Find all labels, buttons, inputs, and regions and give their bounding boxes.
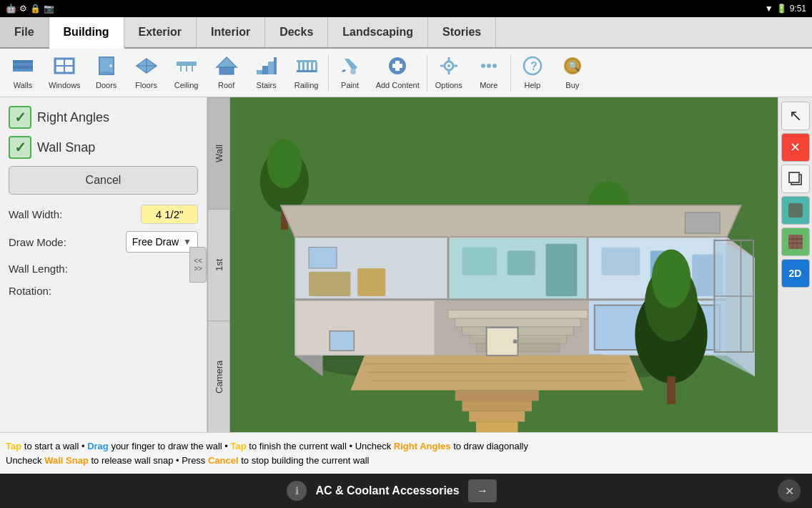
wall-width-row: Wall Width: 4 1/2" [9,205,198,224]
svg-rect-22 [268,62,274,74]
draw-mode-row: Draw Mode: Free Draw ▼ [9,231,198,253]
roof-icon [215,56,238,79]
floors-icon [135,56,158,79]
svg-text:?: ? [530,60,538,72]
cancel-ref: Cancel [208,455,239,466]
svg-rect-78 [296,301,447,354]
material-tool-button[interactable] [781,196,810,225]
wall-snap-ref: Wall Snap [44,455,89,466]
more-icon [477,56,500,79]
wall-length-row: Wall Length: [9,263,198,275]
info-text-1: to start a wall • [24,441,87,451]
wall-snap-check-mark: ✓ [14,139,26,156]
wall-width-label: Wall Width: [9,208,62,220]
svg-rect-69 [357,268,385,296]
svg-rect-94 [469,411,525,422]
svg-rect-92 [455,391,539,401]
more-label: More [480,81,497,89]
rotation-label: Rotation: [9,285,51,297]
tool-ceiling[interactable]: Ceiling [167,52,207,94]
svg-rect-30 [297,70,317,72]
tab-decks[interactable]: Decks [265,17,328,47]
tab-file[interactable]: File [0,17,49,47]
info-text-6: to release wall snap • Press [91,455,208,466]
right-angles-checkbox[interactable]: ✓ [9,106,31,129]
cancel-button[interactable]: Cancel [9,166,198,195]
status-time: 9:51 [790,4,806,14]
svg-rect-75 [602,248,640,275]
right-tools-panel: ↖ ✕ [778,97,812,432]
wifi-icon: ▼ [765,4,773,14]
svg-point-107 [652,250,691,308]
side-tab-wall[interactable]: Wall [208,97,229,209]
collapse-up-arrow: << [194,257,202,265]
main-area: ✓ Right Angles ✓ Wall Snap Cancel Wall W… [0,97,812,432]
tool-stairs[interactable]: Stairs [247,52,287,94]
options-icon [437,56,460,79]
tab-exterior[interactable]: Exterior [124,17,197,47]
drag-text: Drag [87,441,109,451]
tab-building[interactable]: Building [49,17,124,49]
ad-title: AC & Coolant Accessories [315,484,459,497]
stairs-label: Stairs [257,81,277,89]
tool-options[interactable]: Options [429,52,469,94]
status-left-icons: 🤖 ⚙ 🔒 📷 [6,4,54,14]
tab-stories[interactable]: Stories [428,17,496,47]
ad-arrow-button[interactable]: → [468,479,497,502]
svg-rect-71 [462,248,497,275]
add-content-label: Add Content [376,81,420,89]
stairs-icon [255,56,278,79]
delete-tool-button[interactable]: ✕ [781,133,810,162]
side-tabs: Wall 1st Camera [207,97,230,432]
floors-label: Floors [135,81,157,89]
windows-label: Windows [49,81,81,89]
wall-snap-label: Wall Snap [37,140,95,155]
svg-rect-81 [455,318,581,327]
svg-marker-100 [281,205,741,237]
cursor-tool-button[interactable]: ↖ [781,102,810,130]
svg-rect-23 [274,57,277,74]
side-tab-camera[interactable]: Camera [208,321,229,432]
collapse-button[interactable]: << >> [189,247,207,283]
canvas-area[interactable] [230,97,778,432]
tab-interior[interactable]: Interior [197,17,265,47]
tool-add-content[interactable]: Add Content [370,52,425,94]
draw-mode-select[interactable]: Free Draw ▼ [126,231,198,253]
tool-more[interactable]: More [469,52,509,94]
texture-tool-button[interactable] [781,228,810,256]
draw-mode-value: Free Draw [132,236,179,248]
svg-rect-68 [309,272,351,296]
tool-floors[interactable]: Floors [127,52,167,94]
svg-rect-14 [177,62,197,66]
paint-label: Paint [341,81,359,89]
info-text-7: to stop building the current wall [241,455,369,466]
tool-roof[interactable]: Roof [207,52,247,94]
side-tab-floor[interactable]: 1st [208,209,229,321]
copy-tool-button[interactable] [781,165,810,193]
wall-width-value[interactable]: 4 1/2" [141,205,198,224]
tool-walls[interactable]: Walls [3,52,43,94]
svg-rect-21 [262,66,268,74]
svg-rect-20 [257,70,262,74]
2d-view-button[interactable]: 2D [781,259,810,288]
svg-point-36 [447,64,450,67]
tool-help[interactable]: ? Help [513,52,553,94]
wall-snap-checkbox[interactable]: ✓ [9,136,31,159]
collapse-down-arrow: >> [194,265,202,273]
svg-point-10 [109,64,112,67]
tool-doors[interactable]: Doors [86,52,127,94]
tab-landscaping[interactable]: Landscaping [328,17,428,47]
tool-paint[interactable]: Paint [330,52,370,94]
svg-rect-67 [309,248,337,268]
toolbar: Walls Windows Doors [0,49,812,97]
tool-railing[interactable]: Railing [287,52,327,94]
svg-rect-95 [476,421,518,432]
wall-snap-row: ✓ Wall Snap [9,136,198,159]
tool-windows[interactable]: Windows [43,52,86,94]
info-bar: Tap to start a wall • Drag your finger t… [0,432,812,474]
left-panel: ✓ Right Angles ✓ Wall Snap Cancel Wall W… [0,97,207,432]
ad-close-button[interactable]: ✕ [778,479,801,502]
right-angles-label: Right Angles [37,110,109,125]
tool-buy[interactable]: 🔍 Buy [553,52,593,94]
ceiling-label: Ceiling [174,81,199,89]
